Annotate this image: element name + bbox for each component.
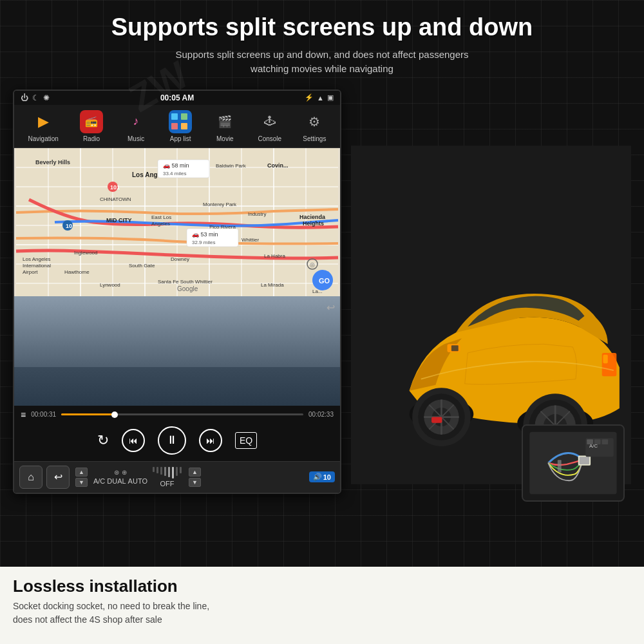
nav-label-music: Music — [128, 135, 144, 142]
nav-label-radio: Radio — [83, 135, 100, 142]
back-button[interactable]: ↩ — [46, 466, 70, 489]
applist-icon — [169, 110, 192, 133]
temp-down-right[interactable]: ▼ — [189, 478, 201, 487]
svg-text:La Mirada: La Mirada — [261, 282, 284, 288]
ac-temp-right: ▲ ▼ — [189, 468, 201, 487]
status-left: ⏻ ☾ ✺ — [21, 93, 50, 102]
svg-text:Downey: Downey — [171, 256, 189, 262]
next-button[interactable]: ⏭ — [199, 429, 222, 452]
nav-item-navigation[interactable]: ▶ Navigation — [28, 110, 59, 142]
svg-text:GO: GO — [319, 277, 330, 285]
ac-fan-icons: ⊛ ⊕ — [114, 469, 127, 476]
progress-bar[interactable] — [61, 413, 303, 415]
video-sky — [14, 296, 340, 373]
status-time: 00:05 AM — [160, 93, 194, 102]
svg-text:Industry: Industry — [248, 211, 266, 217]
ac-temp-left: ▲ ▼ — [75, 468, 88, 487]
map-svg: Beverly Hills Los Angeles CHINATOWN MID … — [14, 148, 340, 296]
bottom-section: Lossless installation Socket docking soc… — [0, 567, 644, 644]
svg-rect-79 — [451, 345, 459, 351]
ac-controls: ⌂ ↩ ▲ ▼ ⊛ ⊕ A/C — [14, 461, 340, 493]
bottom-description: Socket docking socket, no need to break … — [13, 600, 631, 627]
temp-up-left[interactable]: ▲ — [75, 468, 88, 477]
nav-item-applist[interactable]: App list — [169, 110, 192, 142]
current-time: 00:00:31 — [31, 411, 56, 418]
nav-item-music[interactable]: ♪ Music — [124, 110, 147, 142]
nav-label-console: Console — [258, 135, 281, 142]
ac-label: A/C — [93, 477, 105, 485]
main-title: Supports split screens up and down — [13, 13, 631, 43]
svg-text:Inglewood: Inglewood — [74, 250, 97, 256]
svg-text:🚗 53 min: 🚗 53 min — [192, 231, 218, 238]
nav-label-applist: App list — [170, 135, 191, 142]
nav-label-movie: Movie — [216, 135, 234, 142]
fan-dot — [164, 467, 166, 476]
equalizer-button[interactable]: EQ — [235, 432, 257, 449]
nav-item-movie[interactable]: 🎬 Movie — [213, 110, 236, 142]
fan-dot — [176, 467, 178, 476]
video-section[interactable]: ↩ — [14, 296, 340, 406]
media-controls: ≡ 00:00:31 00:02:33 ↻ ⏮ ⏸ ⏭ EQ — [14, 406, 340, 461]
repeat-button[interactable]: ↻ — [97, 432, 109, 449]
pause-button[interactable]: ⏸ — [158, 426, 186, 455]
control-buttons: ↻ ⏮ ⏸ ⏭ EQ — [21, 424, 334, 457]
svg-text:Baldwin Park: Baldwin Park — [216, 163, 247, 169]
main-content: ⏻ ☾ ✺ 00:05 AM ⚡ ▲ ▣ ▶ Navigation — [0, 83, 644, 547]
subtitle: Supports split screens up and down, and … — [13, 48, 631, 77]
video-back-button[interactable]: ↩ — [327, 301, 335, 314]
right-panel: A/C — [351, 90, 631, 540]
progress-dot — [111, 412, 118, 418]
nav-item-console[interactable]: 🕹 Console — [258, 110, 281, 142]
svg-text:International: International — [23, 263, 51, 269]
dual-label: DUAL — [107, 477, 126, 485]
map-section[interactable]: Beverly Hills Los Angeles CHINATOWN MID … — [14, 148, 340, 296]
auto-label: AUTO — [128, 477, 147, 485]
nav-label-settings: Settings — [303, 135, 326, 142]
temp-up-right[interactable]: ▲ — [189, 468, 201, 477]
home-button[interactable]: ⌂ — [19, 466, 43, 489]
fan-speed-dots — [153, 467, 182, 478]
off-label: OFF — [160, 480, 174, 488]
temp-down-left[interactable]: ▼ — [75, 478, 88, 487]
status-bar: ⏻ ☾ ✺ 00:05 AM ⚡ ▲ ▣ — [14, 91, 340, 105]
status-right: ⚡ ▲ ▣ — [305, 93, 334, 102]
svg-text:CHINATOWN: CHINATOWN — [100, 196, 131, 202]
video-ground — [14, 367, 340, 406]
nav-label-navigation: Navigation — [28, 135, 59, 142]
svg-rect-91 — [594, 439, 601, 444]
svg-text:Santa Fe South Whittier: Santa Fe South Whittier — [158, 279, 213, 285]
nav-item-settings[interactable]: ⚙ Settings — [303, 110, 326, 142]
brightness-icon: ✺ — [43, 93, 50, 102]
power-icon: ⏻ — [21, 93, 28, 102]
radio-icon: 📻 — [80, 110, 103, 133]
navigation-icon: ▶ — [32, 110, 55, 133]
bottom-title: Lossless installation — [13, 576, 631, 596]
movie-icon: 🎬 — [213, 110, 236, 133]
svg-text:Airport: Airport — [23, 269, 38, 275]
svg-text:🚗 58 min: 🚗 58 min — [163, 162, 189, 169]
svg-text:Monterey Park: Monterey Park — [203, 202, 237, 207]
moon-icon: ☾ — [32, 93, 39, 102]
fan-dot — [156, 467, 158, 473]
car-screen: ⏻ ☾ ✺ 00:05 AM ⚡ ▲ ▣ ▶ Navigation — [13, 90, 341, 494]
svg-text:33.4 miles: 33.4 miles — [163, 171, 186, 176]
nav-item-radio[interactable]: 📻 Radio — [80, 110, 103, 142]
progress-bar-container: ≡ 00:00:31 00:02:33 — [21, 410, 334, 420]
usb-icon: ⚡ — [305, 93, 314, 102]
ac-labels: A/C DUAL AUTO — [93, 477, 147, 485]
volume-icon: 🔊 — [313, 473, 322, 481]
fan-dot — [160, 467, 162, 475]
settings-icon: ⚙ — [303, 110, 326, 133]
fan-dot — [168, 467, 170, 477]
svg-text:South Gate: South Gate — [129, 263, 155, 269]
prev-button[interactable]: ⏮ — [122, 429, 145, 452]
svg-text:Hacienda: Hacienda — [299, 214, 326, 220]
svg-text:Heights: Heights — [303, 220, 324, 227]
left-panel: ⏻ ☾ ✺ 00:05 AM ⚡ ▲ ▣ ▶ Navigation — [13, 90, 341, 540]
svg-text:Google: Google — [177, 285, 198, 292]
svg-text:Beverly Hills: Beverly Hills — [35, 159, 70, 166]
svg-text:La Habra: La Habra — [264, 253, 285, 259]
svg-rect-81 — [603, 354, 608, 363]
svg-text:32.9 miles: 32.9 miles — [192, 240, 215, 245]
progress-fill — [61, 413, 115, 415]
